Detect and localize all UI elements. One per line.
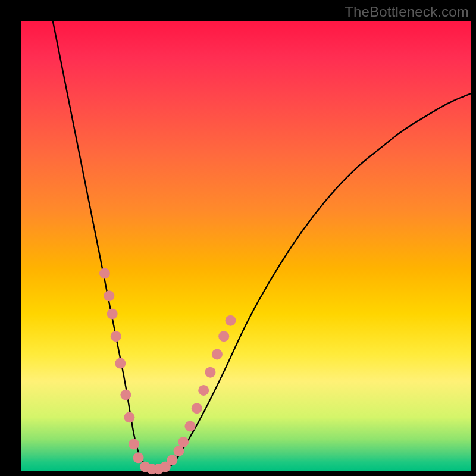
data-marker — [133, 452, 144, 463]
data-marker — [178, 437, 189, 447]
bottleneck-curve — [53, 21, 471, 471]
chart-svg — [21, 21, 471, 471]
data-marker — [107, 308, 118, 319]
plot-area — [21, 21, 471, 471]
data-marker — [111, 331, 121, 342]
watermark-text: TheBottleneck.com — [345, 4, 469, 20]
data-marker — [226, 315, 236, 326]
curve-layer — [53, 21, 471, 471]
data-marker — [115, 358, 126, 369]
data-marker — [129, 439, 139, 450]
data-marker — [218, 331, 229, 342]
data-marker — [192, 403, 202, 414]
data-marker — [167, 455, 177, 465]
data-marker — [205, 367, 216, 378]
data-marker — [120, 390, 131, 400]
data-marker — [124, 412, 134, 422]
data-marker — [99, 268, 110, 278]
data-marker — [212, 349, 223, 359]
data-marker — [185, 421, 196, 431]
marker-layer — [99, 268, 236, 474]
outer-frame: TheBottleneck.com — [0, 0, 476, 476]
data-marker — [198, 385, 209, 396]
data-marker — [104, 290, 114, 301]
